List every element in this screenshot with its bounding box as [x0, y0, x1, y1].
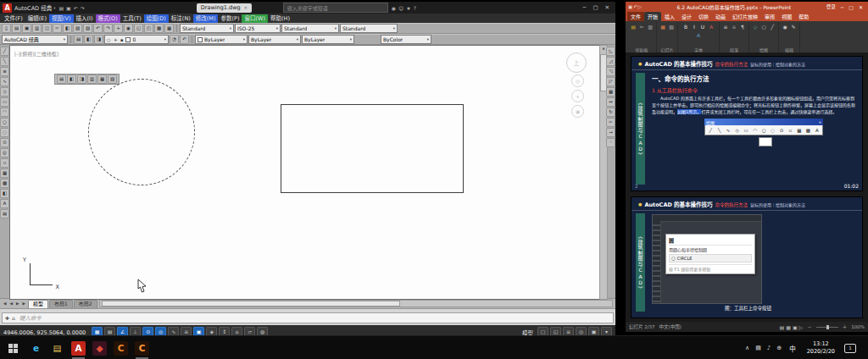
annotate-icon[interactable]: ▥ [87, 75, 97, 84]
touch-keyboard-icon[interactable]: ▤ [755, 345, 761, 351]
ellipse-icon[interactable]: ◎ [0, 148, 9, 157]
app-icon-2[interactable]: C [110, 336, 131, 359]
open-icon[interactable]: ▤ [58, 5, 64, 11]
hatch-icon[interactable]: ▦ [0, 168, 9, 178]
table-icon[interactable]: ▤ [0, 209, 9, 218]
measure-icon[interactable]: ▧ [108, 75, 117, 84]
ribbon-icon[interactable]: ✂ [638, 24, 645, 30]
search-icon[interactable]: ◉ [391, 5, 397, 11]
circle-icon[interactable]: ○ [0, 118, 9, 127]
scrollbar-thumb[interactable] [102, 301, 401, 307]
horizontal-scrollbar[interactable] [99, 300, 613, 307]
layout-tab[interactable]: 模型 [28, 300, 48, 308]
style-combo[interactable]: Standard▾ [180, 24, 234, 33]
new-file-icon[interactable]: ▯ [2, 24, 11, 33]
ribbon-icon[interactable]: U [699, 24, 706, 30]
redo-icon[interactable]: ↷ [80, 5, 86, 11]
workspace-dropdown[interactable]: AutoCAD 经典 ▾ [14, 3, 55, 12]
undo-icon[interactable]: ↶ [93, 24, 103, 33]
gradient-icon[interactable]: ▩ [0, 179, 9, 188]
mtext-icon[interactable]: A [0, 199, 9, 208]
donut-icon[interactable]: ⊙ [0, 138, 9, 147]
slide-2[interactable]: ● AutoCAD 的基本操作技巧 命令的执行方法 鼠标的使用｜绘制对象的方法 … [631, 56, 863, 191]
rotate-icon[interactable]: ↻ [606, 108, 615, 117]
mleader-style-combo[interactable]: Standard▾ [340, 24, 398, 33]
save-icon[interactable]: ▣ [65, 5, 72, 11]
viewport-controls[interactable]: [-][俯视][二维线框] [14, 50, 58, 58]
layout-tab[interactable]: 布局1 [49, 300, 73, 308]
mirror-icon[interactable]: ◹ [606, 67, 615, 76]
slide-3[interactable]: ● AutoCAD 的基本操作技巧 命令的执行方法 鼠标的使用｜绘制对象的方法 … [631, 196, 863, 318]
menu-item[interactable]: 标注(N) [169, 14, 193, 23]
plot-icon[interactable]: ▥ [32, 24, 42, 33]
ribbon-icon[interactable]: I [691, 24, 698, 30]
ribbon-tab[interactable]: 切换 [695, 12, 712, 21]
copy-icon[interactable]: ◧ [63, 24, 72, 33]
zoom-window-icon[interactable]: ◱ [134, 24, 143, 33]
revision-cloud-icon[interactable]: ◌ [0, 128, 9, 137]
construction-line-icon[interactable]: ╲ [0, 57, 9, 66]
zoom-level[interactable]: 100% [851, 324, 865, 329]
ribbon-icon[interactable]: ≡ [731, 24, 737, 30]
ribbon-tab[interactable]: 文件 [627, 12, 644, 21]
ribbon-tab[interactable]: 动画 [712, 12, 729, 21]
viewcube[interactable]: 上 [566, 52, 587, 73]
ribbon-tab[interactable]: 插入 [661, 12, 678, 21]
powerpoint-icon[interactable]: C [131, 336, 153, 359]
undo-icon[interactable]: ↶ [633, 4, 637, 9]
ribbon-icon[interactable]: ¶ [739, 24, 746, 30]
zoom-in-button[interactable]: ＋ [843, 323, 848, 330]
zoom-knob[interactable] [826, 325, 829, 329]
minimize-button[interactable]: ─ [838, 4, 847, 10]
menu-item[interactable]: 格式(O) [96, 14, 120, 23]
lineweight-combo[interactable]: ByLayer▾ [302, 35, 354, 44]
tab-nav-next-icon[interactable]: ▶ [15, 301, 19, 306]
layer-previous-icon[interactable]: ↶ [180, 35, 189, 44]
menu-item[interactable]: 窗口(W) [242, 14, 268, 23]
full-navigation-wheel-icon[interactable]: ◎ [571, 75, 584, 87]
arc-icon[interactable]: ◠ [0, 108, 9, 117]
polygon-icon[interactable]: ◇ [0, 87, 9, 97]
ribbon-icon[interactable]: A [695, 32, 702, 39]
hidden-icons-chevron[interactable]: ∧ [745, 345, 749, 351]
dim-style-combo[interactable]: ISO-25▾ [235, 24, 281, 33]
paste-icon[interactable]: ▨ [73, 24, 82, 33]
ribbon-icon[interactable]: ≡ [722, 24, 729, 30]
cut-icon[interactable]: ✂ [53, 24, 62, 33]
document-tab[interactable]: Drawing1.dwg ✕ [197, 3, 252, 13]
start-button[interactable] [0, 336, 25, 359]
network-icon[interactable]: ⊕ [776, 345, 782, 351]
properties-icon[interactable]: ▩ [154, 24, 164, 33]
drawn-rectangle[interactable] [281, 104, 464, 193]
ribbon-icon[interactable]: ✎ [790, 24, 797, 30]
ribbon-icon[interactable]: ▥ [647, 24, 654, 30]
plot-preview-icon[interactable]: ◫ [42, 24, 52, 33]
layer-icon[interactable]: ◧ [84, 35, 93, 44]
ime-indicator[interactable]: 中 [787, 344, 798, 353]
menu-item[interactable]: 文件(F) [2, 14, 25, 23]
ribbon-icon[interactable]: A [708, 24, 715, 30]
pan-icon[interactable]: + [571, 90, 584, 102]
copy-object-icon[interactable]: ◿ [606, 57, 615, 66]
draw-order-icon[interactable]: ▤ [57, 75, 66, 84]
close-button[interactable]: ✕ [856, 4, 865, 10]
app-icon-1[interactable]: ◆ [89, 336, 110, 359]
signin-icon[interactable]: ☺ [398, 5, 404, 11]
ribbon-icon[interactable]: ◉ [782, 24, 788, 30]
tab-nav-prev-icon[interactable]: ◀ [8, 301, 13, 306]
line-icon[interactable]: ╱ [0, 47, 9, 56]
close-button[interactable]: ✕ [602, 2, 613, 14]
array-icon[interactable]: ▦ [606, 87, 615, 97]
menu-item[interactable]: 修改(M) [193, 14, 219, 23]
search-input[interactable] [286, 4, 386, 12]
linetype-combo[interactable]: ByLayer▾ [248, 35, 301, 44]
menu-item[interactable]: 工具(T) [120, 14, 144, 23]
customize-icon[interactable]: ✚ [5, 315, 9, 321]
maximize-button[interactable]: ▢ [589, 2, 601, 14]
move-icon[interactable]: ↔ [606, 97, 615, 107]
polyline-icon[interactable]: ∿ [0, 77, 9, 86]
ribbon-icon[interactable]: B [682, 24, 689, 30]
slideshow-icon[interactable]: ▷ [638, 4, 642, 9]
menu-item[interactable]: 视图(V) [49, 14, 74, 23]
tab-nav-last-icon[interactable]: ▶ [21, 301, 25, 306]
